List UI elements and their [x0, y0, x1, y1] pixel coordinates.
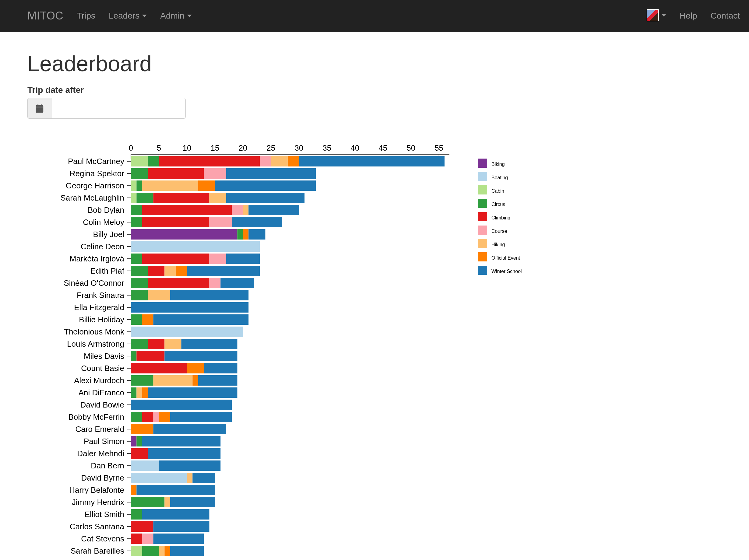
x-tick-label: 50 [406, 143, 415, 153]
bar-segment [226, 253, 260, 264]
bar-segment [220, 278, 254, 288]
bar-segment [249, 229, 265, 240]
bar-segment [148, 278, 209, 288]
x-tick-label: 30 [295, 143, 303, 153]
avatar-icon [647, 9, 659, 21]
bar-segment [153, 412, 159, 422]
nav-leaders[interactable]: Leaders [109, 11, 147, 21]
legend-swatch [478, 266, 487, 275]
nav-contact[interactable]: Contact [711, 11, 740, 21]
bar-segment [288, 156, 299, 166]
nav-admin-label: Admin [160, 11, 184, 21]
x-tick-label: 10 [183, 143, 191, 153]
y-tick-label: George Harrison [66, 181, 124, 190]
bar-segment [142, 509, 210, 519]
y-tick-label: Count Basie [81, 364, 124, 373]
bar-segment [136, 193, 153, 203]
bar-segment [260, 156, 271, 166]
legend-label: Hiking [491, 242, 505, 247]
bar-segment [142, 412, 153, 422]
y-tick-label: Elliot Smith [85, 510, 124, 519]
bar-segment [131, 205, 142, 215]
bar-segment [237, 229, 243, 240]
legend-swatch [478, 252, 487, 262]
bar-segment [131, 229, 237, 240]
bar-segment [204, 168, 226, 179]
bar-segment [210, 253, 226, 264]
bar-segment [165, 351, 237, 361]
y-tick-label: Sinéad O'Connor [64, 278, 124, 288]
bar-segment [170, 497, 215, 507]
user-menu[interactable] [647, 9, 666, 21]
y-tick-label: Harry Belafonte [69, 486, 124, 495]
legend-label: Course [491, 228, 507, 234]
bar-segment [159, 156, 260, 166]
bar-segment [249, 205, 299, 215]
bar-segment [148, 290, 170, 300]
bar-segment [232, 217, 282, 227]
caret-icon [142, 15, 147, 17]
bar-segment [136, 485, 215, 495]
legend-label: Circus [491, 202, 505, 207]
chart: 0510152025303540455055Paul McCartneyRegi… [27, 140, 722, 560]
y-tick-label: Markéta Irglová [70, 254, 125, 263]
legend: BikingBoatingCabinCircusClimbingCourseHi… [478, 159, 522, 275]
bar-segment [210, 193, 226, 203]
page-title: Leaderboard [27, 51, 722, 76]
bar-segment [131, 217, 142, 227]
bar-segment [131, 485, 136, 495]
bar-segment [153, 534, 204, 544]
bar-segment [131, 168, 148, 179]
bar-segment [142, 217, 210, 227]
bar-segment [131, 436, 136, 447]
bar-segment [131, 400, 232, 410]
date-filter-label: Trip date after [27, 85, 722, 95]
x-tick-label: 0 [129, 143, 133, 153]
y-tick-label: Bobby McFerrin [68, 412, 125, 422]
y-tick-label: Carlos Santana [70, 522, 125, 531]
bar-segment [153, 424, 226, 434]
bar-segment [226, 168, 316, 179]
nav-admin[interactable]: Admin [160, 11, 192, 21]
bar-segment [131, 327, 243, 337]
bar-segment [136, 180, 142, 191]
brand[interactable]: MITOC [27, 9, 63, 22]
bar-segment [131, 266, 148, 276]
bar-segment [131, 497, 165, 507]
y-tick-label: Billie Holiday [79, 315, 124, 324]
page-container: Leaderboard Trip date after 051015202530… [0, 32, 749, 560]
nav-help[interactable]: Help [680, 11, 697, 21]
y-tick-label: Edith Piaf [90, 266, 125, 275]
bar-segment [131, 156, 148, 166]
x-tick-label: 20 [238, 143, 247, 153]
bar-segment [187, 363, 204, 374]
nav-trips[interactable]: Trips [77, 11, 95, 21]
y-tick-label: Sarah McLaughlin [60, 193, 124, 202]
bar-segment [142, 387, 148, 398]
y-tick-label: David Byrne [81, 473, 124, 483]
bar-segment [131, 351, 136, 361]
bar-segment [243, 229, 249, 240]
y-tick-label: Daler Mehndi [77, 449, 124, 458]
bar-segment [187, 266, 260, 276]
date-filter-input[interactable] [51, 98, 186, 118]
bar-segment [142, 314, 153, 325]
caret-icon [187, 15, 192, 17]
bar-segment [131, 363, 187, 374]
y-tick-label: Cat Stevens [81, 534, 124, 543]
bar-segment [131, 314, 142, 325]
legend-label: Winter School [491, 269, 522, 274]
bar-segment [226, 193, 305, 203]
bar-segment [187, 473, 192, 483]
navbar: MITOC Trips Leaders Admin Help Contact [0, 0, 749, 32]
legend-swatch [478, 185, 487, 195]
bar-segment [299, 156, 445, 166]
y-tick-label: Jimmy Hendrix [72, 498, 124, 507]
calendar-icon[interactable] [28, 98, 51, 118]
legend-swatch [478, 159, 487, 168]
bar-segment [198, 375, 237, 386]
y-tick-label: Dan Bern [91, 461, 124, 470]
bar-segment [159, 461, 220, 471]
bar-segment [153, 375, 193, 386]
x-tick-label: 40 [350, 143, 359, 153]
